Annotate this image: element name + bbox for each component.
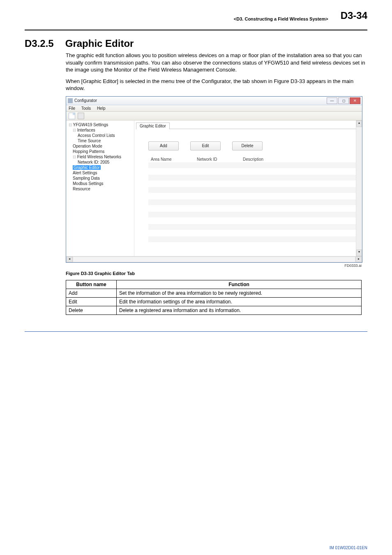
col-description[interactable]: Description — [240, 156, 359, 162]
th-button-name: Button name — [66, 280, 117, 289]
table-row[interactable] — [148, 175, 359, 181]
tree-sampling[interactable]: Sampling Data — [69, 176, 132, 181]
tree-modbus[interactable]: Modbus Settings — [69, 181, 132, 186]
table-row: Add Set the information of the area info… — [66, 289, 362, 297]
add-button[interactable]: Add — [148, 141, 179, 150]
section-title: Graphic Editor — [65, 38, 134, 49]
menu-help[interactable]: Help — [97, 106, 106, 111]
tree-interfaces[interactable]: ⊟ Interfaces — [69, 127, 132, 133]
configurator-window: Configurator — ◻ ✕ File Tools Help — [66, 96, 362, 263]
table-row[interactable] — [148, 224, 359, 230]
toolbar — [66, 112, 362, 120]
tree-root[interactable]: ⊟ YFGW419 Settings — [69, 122, 132, 127]
table-row[interactable] — [148, 187, 359, 193]
col-area-name[interactable]: Area Name — [148, 156, 194, 162]
cell-func: Set the information of the area informat… — [117, 289, 362, 297]
scroll-right-icon[interactable]: ▸ — [355, 257, 362, 262]
figure-caption: Figure D3-33 Graphic Editor Tab — [66, 271, 367, 276]
table-row[interactable] — [148, 230, 359, 236]
edit-button[interactable]: Edit — [190, 141, 221, 150]
cell-name: Edit — [66, 297, 117, 306]
table-row: Delete Delete a registered area informat… — [66, 306, 362, 314]
tree-alert[interactable]: Alert Settings — [69, 170, 132, 176]
cell-name: Delete — [66, 306, 117, 314]
th-function: Function — [117, 280, 362, 289]
close-button[interactable]: ✕ — [350, 97, 360, 104]
section-heading: D3.2.5Graphic Editor — [25, 38, 367, 49]
new-doc-icon[interactable] — [69, 113, 75, 119]
minimize-button[interactable]: — — [327, 97, 337, 104]
scroll-up-icon[interactable]: ▴ — [356, 120, 362, 127]
grid-body[interactable] — [148, 162, 359, 243]
figure-id: FD0333.ai — [66, 264, 362, 268]
table-row[interactable] — [148, 193, 359, 199]
table-row[interactable] — [148, 212, 359, 218]
tree-resource[interactable]: Resource — [69, 186, 132, 192]
tree-opmode[interactable]: Operation Mode — [69, 143, 132, 149]
tree-nid[interactable]: Network ID: 2005 — [69, 160, 132, 165]
header-page-number: D3-34 — [341, 10, 367, 21]
vertical-scrollbar[interactable]: ▴ ▾ — [356, 120, 362, 256]
table-row[interactable] — [148, 199, 359, 206]
function-table: Button name Function Add Set the informa… — [66, 280, 362, 315]
tree-fwn[interactable]: ⊟ Field Wireless Networks — [69, 154, 132, 160]
maximize-button[interactable]: ◻ — [338, 97, 349, 104]
col-network-id[interactable]: Network ID — [194, 156, 240, 162]
tab-graphic-editor[interactable]: Graphic Editor — [136, 123, 170, 130]
footer-doc-id: IM 01W02D01-01EN — [0, 546, 392, 550]
table-row[interactable] — [148, 169, 359, 175]
section-number: D3.2.5 — [25, 38, 54, 49]
horizontal-scrollbar[interactable]: ◂ ▸ — [66, 256, 362, 262]
scroll-left-icon[interactable]: ◂ — [66, 257, 73, 262]
scroll-down-icon[interactable]: ▾ — [356, 250, 362, 256]
tree-graphic-editor[interactable]: Graphic Editor — [69, 165, 132, 170]
window-title: Configurator — [74, 98, 97, 103]
content-pane: Graphic Editor Add Edit Delete Area Name… — [134, 120, 362, 256]
table-row[interactable] — [148, 206, 359, 212]
tree-time[interactable]: Time Source — [69, 138, 132, 143]
menu-file[interactable]: File — [69, 106, 75, 111]
tool-icon[interactable] — [78, 113, 84, 119]
app-icon — [68, 98, 73, 103]
table-row[interactable] — [148, 236, 359, 243]
table-row[interactable] — [148, 218, 359, 224]
cell-name: Add — [66, 289, 117, 297]
cell-func: Delete a registered area information and… — [117, 306, 362, 314]
table-row: Edit Edit the information settings of th… — [66, 297, 362, 306]
tree-acl[interactable]: Access Control Lists — [69, 133, 132, 138]
table-row[interactable] — [148, 162, 359, 169]
tree-pane[interactable]: ⊟ YFGW419 Settings ⊟ Interfaces Access C… — [66, 120, 134, 256]
table-row[interactable] — [148, 181, 359, 187]
header-chapter: <D3. Constructing a Field Wireless Syste… — [234, 16, 328, 21]
paragraph-2: When [Graphic Editor] is selected in the… — [66, 78, 367, 92]
grid-header: Area Name Network ID Description — [148, 156, 359, 162]
cell-func: Edit the information settings of the are… — [117, 297, 362, 306]
window-titlebar[interactable]: Configurator — ◻ ✕ — [66, 97, 362, 105]
menu-bar: File Tools Help — [66, 105, 362, 112]
paragraph-1: The graphic edit function allows you to … — [66, 52, 367, 74]
menu-tools[interactable]: Tools — [81, 106, 91, 111]
tree-hopping[interactable]: Hopping Patterns — [69, 149, 132, 154]
delete-button[interactable]: Delete — [232, 141, 263, 150]
